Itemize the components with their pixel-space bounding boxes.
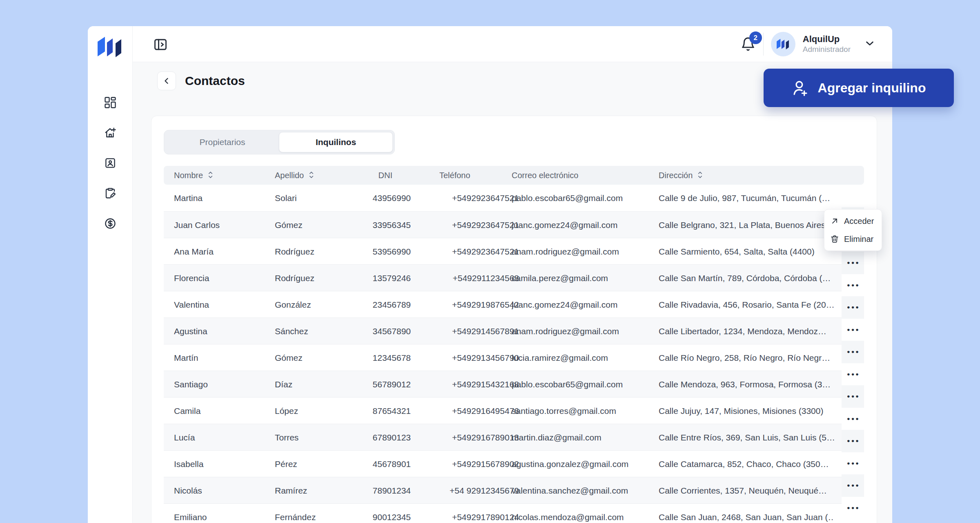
table-row[interactable]: Camila López 87654321 +5492916495476 san… <box>164 397 842 424</box>
account-info[interactable]: AlquilUp Administrador <box>803 34 851 54</box>
cell-correo: pablo.escobar65@gmail.com <box>512 371 655 398</box>
tab-propietarios[interactable]: Propietarios <box>166 132 279 152</box>
ellipsis-icon: ••• <box>846 436 860 445</box>
cell-dni: 13579246 <box>337 265 411 291</box>
cell-nombre: Juan Carlos <box>174 212 270 238</box>
table-row[interactable]: Ana María Rodríguez 53956990 +5492923647… <box>164 238 842 264</box>
house-plus-icon[interactable] <box>104 127 116 139</box>
row-actions-button[interactable]: ••• <box>842 408 864 430</box>
row-actions-button[interactable]: ••• <box>842 497 864 519</box>
row-actions-button[interactable]: ••• <box>842 430 864 452</box>
ellipsis-icon: ••• <box>846 481 860 490</box>
back-button[interactable] <box>157 72 176 90</box>
add-tenant-button[interactable]: Agregar inquilino <box>764 69 954 107</box>
row-actions-button[interactable]: ••• <box>842 452 864 475</box>
user-plus-icon <box>792 79 809 96</box>
alquilup-logo <box>98 37 123 60</box>
cell-telefono: +54 92912345679 <box>421 477 519 504</box>
column-header-telefono: Teléfono <box>439 166 470 185</box>
cell-correo: lucia.ramirez@gmail.com <box>512 344 655 371</box>
row-actions-button[interactable]: ••• <box>842 274 864 297</box>
cell-nombre: Nicolás <box>174 477 270 504</box>
row-context-menu: Acceder Eliminar <box>824 209 882 251</box>
tab-inquilinos[interactable]: Inquilinos <box>279 132 393 152</box>
cell-dni: 67890123 <box>337 424 411 451</box>
table-row[interactable]: Nicolás Ramírez 78901234 +54 92912345679… <box>164 477 842 503</box>
contract-edit-icon[interactable] <box>104 187 116 199</box>
cell-dni: 87654321 <box>337 398 411 424</box>
notifications-bell-icon[interactable]: 2 <box>740 36 756 52</box>
row-actions-button[interactable]: ••• <box>842 474 864 497</box>
cell-direccion: Calle Sarmiento, 654, Salta, Salta (4400… <box>659 238 834 265</box>
column-header-nombre[interactable]: Nombre <box>174 166 214 185</box>
sort-icon[interactable] <box>207 172 214 181</box>
cell-nombre: Valentina <box>174 291 270 318</box>
table-row[interactable]: Agustina Sánchez 34567890 +5492914567891… <box>164 317 842 344</box>
row-actions-button[interactable]: ••• <box>842 363 864 386</box>
ellipsis-icon: ••• <box>846 503 860 512</box>
table-row[interactable]: Juan Carlos Gómez 33956345 +549292364752… <box>164 211 842 238</box>
page-title: Contactos <box>185 72 245 90</box>
add-tenant-button-label: Agregar inquilino <box>818 80 926 96</box>
row-actions-button[interactable]: ••• <box>842 296 864 319</box>
cell-nombre: Agustina <box>174 318 270 344</box>
cell-nombre: Lucía <box>174 424 270 451</box>
ellipsis-icon: ••• <box>846 325 860 334</box>
sidebar-nav <box>88 96 133 230</box>
cell-telefono: +5492916789013 <box>421 424 519 451</box>
column-header-correo: Correo electrónico <box>512 166 578 185</box>
table-row[interactable]: Martina Solari 43956990 +5492923647521 p… <box>164 185 842 211</box>
ellipsis-icon: ••• <box>846 370 860 379</box>
cell-nombre: Emiliano <box>174 504 270 523</box>
column-header-direccion[interactable]: Dirección <box>659 166 704 185</box>
column-header-apellido[interactable]: Apellido <box>275 166 315 185</box>
cell-telefono: +5492915432168 <box>421 371 519 398</box>
cell-correo: pablo.escobar65@gmail.com <box>512 185 655 211</box>
account-avatar[interactable] <box>771 32 795 56</box>
cell-telefono: +5492916495476 <box>421 398 519 424</box>
contact-type-tabs: Propietarios Inquilinos <box>164 130 395 154</box>
menu-item-acceder[interactable]: Acceder <box>824 212 882 230</box>
chevron-down-icon[interactable] <box>864 37 876 51</box>
ellipsis-icon: ••• <box>846 392 860 401</box>
cell-direccion: Calle Jujuy, 147, Misiones, Misiones (33… <box>659 398 834 424</box>
cell-direccion: Calle Entre Ríos, 369, San Luis, San Lui… <box>659 424 834 451</box>
row-actions-button[interactable]: ••• <box>842 341 864 363</box>
payments-icon[interactable] <box>104 217 116 230</box>
contacts-card: Propietarios Inquilinos Nombre Apellido … <box>151 116 877 523</box>
cell-direccion: Calle Rivadavia, 456, Rosario, Santa Fe … <box>659 291 834 318</box>
cell-nombre: Martín <box>174 344 270 371</box>
cell-dni: 78901234 <box>337 477 411 504</box>
table-row[interactable]: Emiliano Fernández 90012345 +54929178901… <box>164 503 842 523</box>
ellipsis-icon: ••• <box>846 459 860 468</box>
cell-correo: santiago.torres@gmail.com <box>512 398 655 424</box>
cell-correo: anam.rodriguez@gmail.com <box>512 318 655 344</box>
sidebar-toggle-icon[interactable] <box>153 37 168 52</box>
table-row[interactable]: Florencia Rodríguez 13579246 +5492911234… <box>164 264 842 291</box>
cell-nombre: Isabella <box>174 451 270 477</box>
cell-dni: 56789012 <box>337 371 411 398</box>
cell-telefono: +5492913456790 <box>421 344 519 371</box>
contacts-icon[interactable] <box>104 157 116 169</box>
cell-dni: 33956345 <box>337 212 411 238</box>
cell-direccion: Calle 9 de Julio, 987, Tucumán, Tucumán … <box>659 185 834 211</box>
dashboard-icon[interactable] <box>104 96 116 109</box>
menu-item-eliminar[interactable]: Eliminar <box>824 230 882 248</box>
cell-dni: 45678901 <box>337 451 411 477</box>
table-row[interactable]: Lucía Torres 67890123 +5492916789013 mar… <box>164 424 842 450</box>
table-row[interactable]: Martín Gómez 12345678 +5492913456790 luc… <box>164 344 842 371</box>
topbar: 2 AlquilUp Administrador <box>133 26 892 62</box>
sidebar <box>88 26 133 523</box>
table-row[interactable]: Isabella Pérez 45678901 +5492915678902 a… <box>164 450 842 477</box>
cell-nombre: Martina <box>174 185 270 211</box>
sort-icon[interactable] <box>308 172 315 181</box>
cell-nombre: Camila <box>174 398 270 424</box>
row-actions-button[interactable]: ••• <box>842 319 864 341</box>
table-row[interactable]: Valentina González 23456789 +54929198765… <box>164 291 842 317</box>
sort-icon[interactable] <box>697 172 704 181</box>
cell-dni: 53956990 <box>337 238 411 265</box>
row-actions-button[interactable]: ••• <box>842 385 864 408</box>
table-row[interactable]: Santiago Díaz 56789012 +5492915432168 pa… <box>164 371 842 397</box>
row-actions-button[interactable]: ••• <box>842 252 864 274</box>
cell-telefono: +5492915678902 <box>421 451 519 477</box>
